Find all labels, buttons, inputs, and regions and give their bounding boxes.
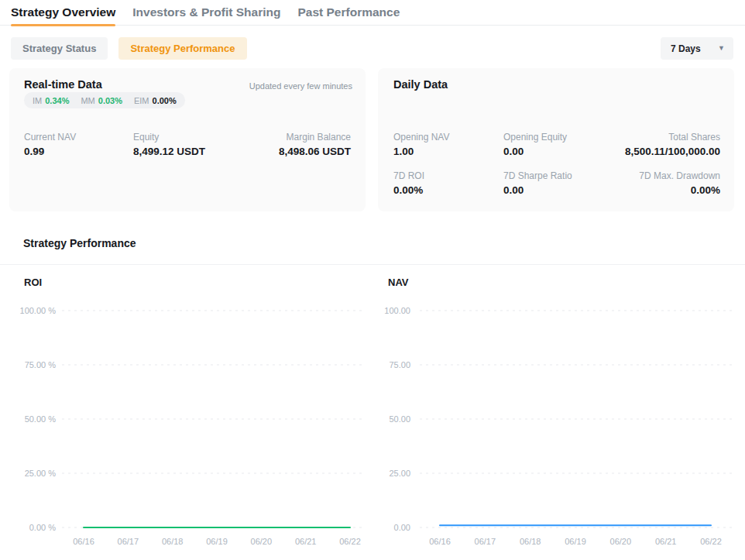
nav-chart-title: NAV <box>388 277 408 288</box>
x-axis-label: 06/18 <box>520 536 541 547</box>
stat-value: 0.00 <box>503 184 572 197</box>
x-axis-label: 06/19 <box>565 536 586 547</box>
margin-ratio-badges: IM 0.34% MM 0.03% EIM 0.00% <box>24 92 185 108</box>
x-axis-label: 06/20 <box>610 536 632 547</box>
roi-chart: 100.00 %75.00 %50.00 %25.00 %0.00 %06/16… <box>0 302 372 560</box>
stat-7d-sharpe-ratio: 7D Sharpe Ratio 0.00 <box>503 170 572 197</box>
stat-value: 0.00% <box>639 184 720 197</box>
x-axis-label: 06/16 <box>429 536 451 547</box>
realtime-data-card: Real-time Data Updated every few minutes… <box>9 68 366 211</box>
x-axis-label: 06/17 <box>475 536 496 547</box>
x-axis-label: 06/21 <box>655 536 677 547</box>
subtab-strategy-performance[interactable]: Strategy Performance <box>118 37 246 60</box>
performance-section-title: Strategy Performance <box>23 237 136 249</box>
stat-value: 8,499.12 USDT <box>133 146 205 158</box>
stat-7d-roi: 7D ROI 0.00% <box>393 170 424 197</box>
stat-label: Equity <box>133 132 205 143</box>
sub-tab-bar: Strategy Status Strategy Performance <box>11 37 247 60</box>
x-axis-label: 06/19 <box>206 536 228 547</box>
stat-value: 8,500.11/100,000.00 <box>625 146 720 158</box>
x-axis-label: 06/18 <box>162 536 184 547</box>
tab-past-performance[interactable]: Past Performance <box>297 0 400 26</box>
stat-value: 0.00 <box>503 146 567 158</box>
realtime-card-title: Real-time Data <box>24 78 102 91</box>
subtab-strategy-status[interactable]: Strategy Status <box>11 37 108 60</box>
roi-chart-title: ROI <box>24 277 42 288</box>
badge-label: IM <box>33 96 42 105</box>
tab-strategy-overview[interactable]: Strategy Overview <box>11 0 115 26</box>
stat-label: Margin Balance <box>279 132 351 143</box>
stat-total-shares: Total Shares 8,500.11/100,000.00 <box>625 132 720 158</box>
chevron-down-icon: ▼ <box>718 45 725 52</box>
main-tab-bar: Strategy Overview Investors & Profit Sha… <box>0 0 745 26</box>
mm-badge: MM 0.03% <box>81 96 122 105</box>
nav-line-chart-canvas <box>373 302 745 560</box>
badge-value: 0.34% <box>45 96 69 105</box>
tab-investors-profit-sharing[interactable]: Investors & Profit Sharing <box>132 0 280 26</box>
eim-badge: EIM 0.00% <box>134 96 177 105</box>
x-axis-label: 06/20 <box>251 536 273 547</box>
updated-note: Updated every few minutes <box>249 81 352 91</box>
stat-7d-max-drawdown: 7D Max. Drawdown 0.00% <box>639 170 720 197</box>
roi-line-chart-canvas <box>0 302 372 560</box>
stat-label: 7D Max. Drawdown <box>639 170 720 181</box>
stat-label: Total Shares <box>625 132 720 143</box>
daily-card-title: Daily Data <box>393 78 448 91</box>
stat-value: 0.00% <box>393 184 424 197</box>
x-axis-label: 06/16 <box>73 536 94 547</box>
x-axis-label: 06/17 <box>118 536 139 547</box>
stat-opening-nav: Opening NAV 1.00 <box>393 132 450 158</box>
stat-margin-balance: Margin Balance 8,498.06 USDT <box>279 132 351 158</box>
stat-current-nav: Current NAV 0.99 <box>24 132 76 158</box>
stat-opening-equity: Opening Equity 0.00 <box>503 132 567 158</box>
stat-value: 0.99 <box>24 146 76 158</box>
badge-value: 0.03% <box>98 96 122 105</box>
stat-label: Opening Equity <box>503 132 567 143</box>
nav-chart: 100.0075.0050.0025.000.0006/1606/1706/18… <box>373 302 745 560</box>
period-dropdown-value: 7 Days <box>671 43 701 54</box>
stat-value: 8,498.06 USDT <box>279 146 351 158</box>
badge-value: 0.00% <box>153 96 177 105</box>
section-divider <box>0 264 745 265</box>
im-badge: IM 0.34% <box>33 96 69 105</box>
stat-equity: Equity 8,499.12 USDT <box>133 132 205 158</box>
stat-value: 1.00 <box>393 146 450 158</box>
stat-label: Opening NAV <box>393 132 450 143</box>
x-axis-label: 06/21 <box>295 536 317 547</box>
stat-label: Current NAV <box>24 132 76 143</box>
period-dropdown[interactable]: 7 Days ▼ <box>661 37 733 60</box>
daily-data-card: Daily Data Opening NAV 1.00 Opening Equi… <box>378 68 734 211</box>
stat-label: 7D Sharpe Ratio <box>503 170 572 181</box>
stat-label: 7D ROI <box>393 170 424 181</box>
badge-label: EIM <box>134 96 149 105</box>
x-axis-label: 06/22 <box>339 536 361 547</box>
badge-label: MM <box>81 96 94 105</box>
x-axis-label: 06/22 <box>700 536 722 547</box>
